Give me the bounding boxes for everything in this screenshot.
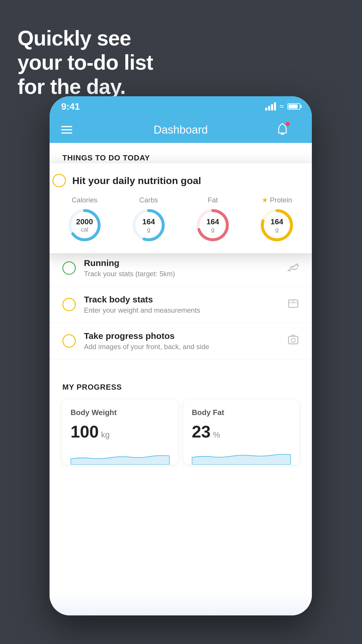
todo-item-photos[interactable]: Take progress photos Add images of your …	[50, 323, 312, 359]
calories-label: Calories	[72, 196, 97, 204]
signal-icon	[265, 102, 276, 111]
body-weight-title: Body Weight	[71, 408, 170, 417]
body-weight-number: 100	[71, 422, 99, 441]
menu-button[interactable]	[61, 126, 72, 134]
todo-desc-photos: Add images of your front, back, and side	[84, 343, 279, 351]
progress-section: MY PROGRESS Body Weight 100 kg Body	[50, 371, 312, 465]
todo-name-body-stats: Track body stats	[84, 295, 279, 304]
todo-circle-body-stats	[62, 298, 76, 311]
fat-value: 164 g	[206, 217, 219, 233]
battery-icon	[287, 103, 300, 110]
todo-item-body-stats[interactable]: Track body stats Enter your weight and m…	[50, 286, 312, 323]
carbs-label: Carbs	[139, 196, 158, 204]
body-fat-value: 23 %	[192, 422, 291, 441]
nutrition-card-header: Hit your daily nutrition goal	[52, 174, 309, 187]
nutrition-card: Hit your daily nutrition goal Calories 2…	[50, 163, 312, 253]
calories-ring: 2000 cal	[67, 208, 102, 243]
photo-icon	[287, 334, 299, 348]
body-weight-value: 100 kg	[71, 422, 170, 441]
todo-circle-running	[62, 261, 76, 275]
nav-bar: Dashboard	[50, 117, 312, 143]
progress-cards: Body Weight 100 kg Body Fat 23	[62, 400, 299, 465]
body-weight-unit: kg	[101, 430, 110, 440]
calories-value: 2000 cal	[76, 217, 93, 233]
status-icons: ≈	[265, 102, 300, 111]
body-weight-chart	[71, 447, 170, 465]
fat-ring: 164 g	[195, 208, 230, 243]
fat-label: Fat	[208, 196, 218, 204]
body-fat-unit: %	[213, 430, 220, 440]
body-fat-chart	[192, 447, 291, 465]
svg-point-14	[291, 338, 295, 342]
body-fat-title: Body Fat	[192, 408, 291, 417]
hero-line3: for the day.	[17, 75, 153, 99]
protein-chart: ★ Protein 164 g	[259, 196, 294, 243]
running-icon	[287, 262, 299, 275]
todo-list: Running Track your stats (target: 5km) T…	[50, 250, 312, 359]
carbs-ring: 164 g	[131, 208, 166, 243]
todo-text-running: Running Track your stats (target: 5km)	[84, 258, 279, 278]
hero-line2: your to-do list	[17, 50, 153, 75]
phone-frame: 9:41 ≈ Dashboard	[50, 96, 312, 615]
scale-icon	[287, 298, 299, 312]
star-icon: ★	[262, 196, 268, 204]
todo-name-running: Running	[84, 258, 279, 268]
nutrition-charts: Calories 2000 cal Carbs	[52, 196, 309, 243]
protein-value: 164 g	[270, 217, 283, 233]
status-bar: 9:41 ≈	[50, 96, 312, 117]
calories-chart: Calories 2000 cal	[67, 196, 102, 243]
bottom-gradient	[50, 592, 312, 615]
status-time: 9:41	[61, 101, 80, 112]
progress-header: MY PROGRESS	[62, 383, 299, 392]
todo-desc-body-stats: Enter your weight and measurements	[84, 306, 279, 314]
carbs-value: 164 g	[142, 217, 155, 233]
todo-name-photos: Take progress photos	[84, 331, 279, 341]
nutrition-title: Hit your daily nutrition goal	[72, 175, 201, 186]
hero-text: Quickly see your to-do list for the day.	[17, 26, 153, 99]
protein-ring: 164 g	[259, 208, 294, 243]
todo-circle-photos	[62, 334, 76, 348]
body-weight-card[interactable]: Body Weight 100 kg	[62, 400, 178, 465]
protein-label: ★ Protein	[262, 196, 292, 204]
body-fat-card[interactable]: Body Fat 23 %	[184, 400, 299, 465]
todo-text-body-stats: Track body stats Enter your weight and m…	[84, 295, 279, 314]
nav-title: Dashboard	[154, 124, 208, 136]
notification-dot	[286, 122, 290, 126]
app-content: THINGS TO DO TODAY Hit your daily nutrit…	[50, 143, 312, 615]
fat-chart: Fat 164 g	[195, 196, 230, 243]
todo-desc-running: Track your stats (target: 5km)	[84, 270, 279, 278]
carbs-chart: Carbs 164 g	[131, 196, 166, 243]
wifi-icon: ≈	[280, 102, 284, 111]
body-fat-number: 23	[192, 422, 211, 441]
todo-item-running[interactable]: Running Track your stats (target: 5km)	[50, 250, 312, 286]
nutrition-checkbox[interactable]	[52, 174, 66, 187]
svg-rect-0	[281, 133, 284, 135]
bell-button[interactable]	[288, 123, 300, 136]
todo-text-photos: Take progress photos Add images of your …	[84, 331, 279, 351]
hero-line1: Quickly see	[17, 26, 153, 50]
